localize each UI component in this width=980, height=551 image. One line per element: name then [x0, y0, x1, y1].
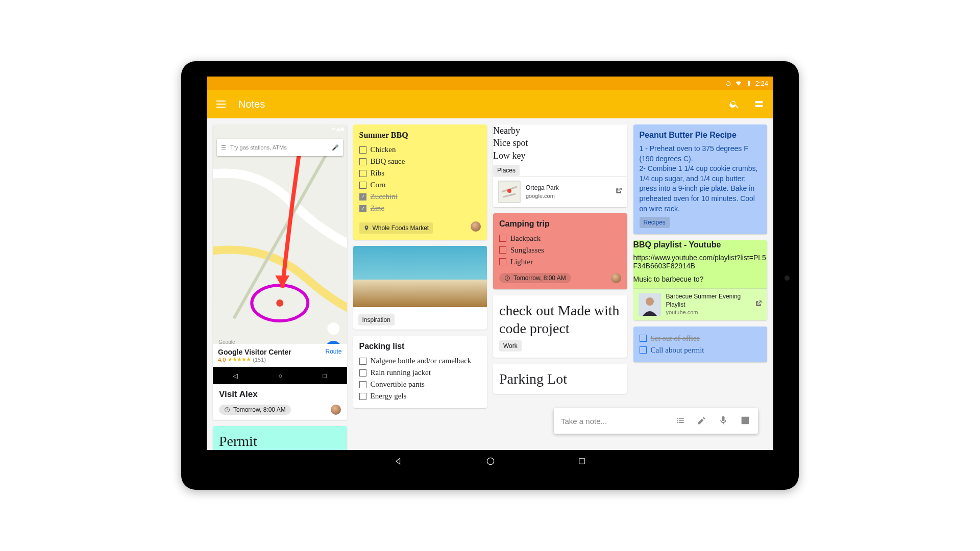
- checkbox-icon[interactable]: [499, 235, 506, 242]
- tag-chip[interactable]: Work: [499, 340, 522, 352]
- nearby-line: Nearby: [493, 124, 627, 137]
- note-visit-alex[interactable]: Google ☰ Try gas stations, ATMs 🎤 ▾▴◢◢▮: [213, 124, 347, 420]
- checkbox-icon[interactable]: [640, 335, 647, 342]
- link-card[interactable]: Barbecue Summer Evening Playlist youtube…: [633, 288, 768, 320]
- open-link-icon[interactable]: [615, 187, 622, 196]
- note-caption: Music to barbecue to?: [633, 275, 768, 283]
- note-nearby[interactable]: Nearby Nice spot Low key Places Ort: [493, 124, 627, 207]
- checklist-item[interactable]: Chicken: [359, 144, 481, 156]
- map-search-bar: ☰ Try gas stations, ATMs 🎤: [217, 139, 343, 156]
- mic-icon: 🎤: [332, 144, 339, 151]
- note-image: [353, 246, 487, 307]
- checklist-item[interactable]: Corn: [359, 179, 481, 191]
- draw-icon[interactable]: [697, 415, 707, 427]
- note-parking[interactable]: Parking Lot: [493, 364, 627, 394]
- checklist-item[interactable]: Lighter: [499, 256, 621, 268]
- checklist-item[interactable]: ✓Zucchini: [359, 191, 481, 203]
- checklist-item[interactable]: ✓Zinc: [359, 203, 481, 214]
- system-nav-bar: [207, 450, 773, 474]
- checkbox-icon[interactable]: [359, 182, 366, 189]
- checklist-item[interactable]: BBQ sauce: [359, 156, 481, 167]
- home-button[interactable]: [485, 456, 496, 468]
- checklist-label: Ribs: [371, 169, 385, 178]
- reminder-chip[interactable]: Tomorrow, 8:00 AM: [499, 273, 571, 283]
- svg-rect-1: [755, 105, 763, 107]
- note-title: Summer BBQ: [359, 131, 481, 140]
- note-packing-list[interactable]: Packing list Nalgene bottle and/or camel…: [353, 336, 487, 408]
- menu-icon[interactable]: [214, 97, 228, 111]
- checkbox-icon[interactable]: [359, 146, 366, 154]
- note-inspiration[interactable]: Inspiration: [353, 246, 487, 330]
- svg-rect-15: [579, 459, 585, 464]
- battery-icon: [745, 80, 752, 87]
- checkbox-icon[interactable]: [359, 393, 366, 400]
- checklist-item[interactable]: Sunglasses: [499, 244, 621, 256]
- place-rating: 4.0: [218, 357, 226, 363]
- tag-chip[interactable]: Recipes: [640, 217, 670, 228]
- mini-nav: ◁○□: [213, 367, 347, 384]
- checkbox-icon[interactable]: ✓: [359, 205, 366, 212]
- note-playlist[interactable]: BBQ playlist - Youtube https://www.youtu…: [633, 240, 768, 320]
- checkbox-icon[interactable]: ✓: [359, 193, 366, 201]
- checkbox-icon[interactable]: [499, 246, 506, 254]
- checklist-item[interactable]: Set out of office: [640, 333, 762, 344]
- checklist-label: Corn: [371, 181, 386, 189]
- location-chip[interactable]: Whole Foods Market: [359, 222, 433, 234]
- app-bar: Notes: [207, 90, 773, 118]
- map-image: Google ☰ Try gas stations, ATMs 🎤 ▾▴◢◢▮: [213, 124, 347, 344]
- view-toggle-icon[interactable]: [752, 97, 766, 111]
- tag-chip[interactable]: Inspiration: [358, 314, 395, 325]
- take-note-placeholder[interactable]: Take a note...: [561, 417, 664, 425]
- map-place-info: Route Google Visitor Center 4.0 ★★★★★ (1…: [213, 344, 347, 367]
- link-title: Barbecue Summer Evening Playlist: [666, 293, 750, 309]
- note-made-with-code[interactable]: check out Made with code project Work: [493, 295, 627, 358]
- reminder-chip[interactable]: Tomorrow, 8:00 AM: [219, 405, 291, 415]
- collaborator-avatar: [471, 221, 481, 232]
- checkbox-icon[interactable]: [359, 381, 366, 388]
- tag-chip[interactable]: Places: [493, 165, 520, 176]
- note-todo[interactable]: Set out of officeCall about permit: [633, 327, 768, 362]
- collaborator-avatar: [331, 405, 341, 415]
- checkbox-icon[interactable]: [359, 158, 366, 165]
- recents-button[interactable]: [577, 457, 586, 468]
- rotate-icon: [725, 80, 732, 87]
- back-button[interactable]: [394, 456, 404, 468]
- open-link-icon[interactable]: [755, 300, 762, 309]
- checkbox-icon[interactable]: [499, 258, 506, 265]
- svg-point-14: [487, 458, 494, 464]
- status-time: 2:24: [755, 80, 768, 87]
- note-title: Visit Alex: [219, 389, 341, 399]
- checkbox-icon[interactable]: [359, 358, 366, 365]
- note-title: Peanut Butter Pie Recipe: [640, 131, 762, 140]
- svg-point-10: [507, 189, 511, 193]
- image-icon[interactable]: [740, 415, 751, 428]
- checklist-item[interactable]: Nalgene bottle and/or camelback: [359, 355, 481, 367]
- list-icon[interactable]: [675, 415, 685, 427]
- mic-icon[interactable]: [718, 415, 728, 427]
- checklist-item[interactable]: Backpack: [499, 233, 621, 244]
- map-search-placeholder: Try gas stations, ATMs: [230, 144, 328, 151]
- note-permit[interactable]: Permit reservation: [213, 426, 347, 450]
- link-card[interactable]: Ortega Park google.com: [493, 176, 627, 207]
- svg-text:Google: Google: [218, 339, 235, 344]
- checklist-item[interactable]: Ribs: [359, 167, 481, 179]
- checkbox-icon[interactable]: [359, 369, 366, 377]
- note-camping[interactable]: Camping trip BackpackSunglassesLighter T…: [493, 213, 627, 289]
- checklist-label: Convertible pants: [371, 380, 425, 389]
- search-icon[interactable]: [727, 97, 742, 111]
- map-menu-icon: ☰: [221, 144, 226, 151]
- checklist-item[interactable]: Convertible pants: [359, 379, 481, 390]
- checklist-item[interactable]: Call about permit: [640, 344, 762, 356]
- route-button: Route: [325, 348, 341, 355]
- checklist-label: Nalgene bottle and/or camelback: [371, 357, 472, 365]
- note-summer-bbq[interactable]: Summer BBQ ChickenBBQ sauceRibsCorn✓Zucc…: [353, 124, 487, 240]
- checkbox-icon[interactable]: [640, 346, 647, 354]
- link-host: google.com: [526, 192, 610, 199]
- checklist-item[interactable]: Rain running jacket: [359, 367, 481, 379]
- nearby-line: Low key: [493, 149, 627, 162]
- checkbox-icon[interactable]: [359, 170, 366, 177]
- checklist-item[interactable]: Energy gels: [359, 390, 481, 402]
- note-recipe[interactable]: Peanut Butter Pie Recipe 1 - Preheat ove…: [633, 124, 768, 234]
- take-note-bar[interactable]: Take a note...: [554, 408, 758, 434]
- collaborator-avatar: [611, 273, 621, 283]
